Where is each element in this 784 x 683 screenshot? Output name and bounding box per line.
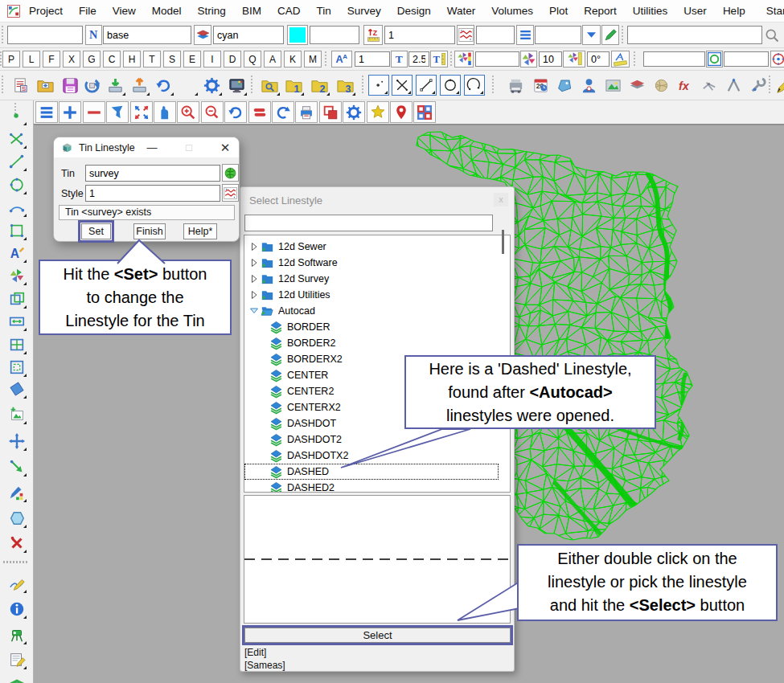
left-arrow-icon[interactable] xyxy=(6,456,27,477)
snap-C[interactable]: C xyxy=(103,51,121,67)
menu-item-volumes[interactable]: Volumes xyxy=(483,0,541,22)
tree-scrollbar[interactable] xyxy=(502,230,504,254)
tree-item-12d-survey[interactable]: 12d Survey xyxy=(244,271,510,287)
left-pen-colors-icon[interactable] xyxy=(6,482,27,503)
set-button[interactable]: Set xyxy=(81,223,111,239)
view-zoom-in-icon[interactable] xyxy=(177,101,199,123)
snap-X[interactable]: X xyxy=(63,51,80,67)
tools-icon[interactable] xyxy=(747,75,769,96)
expanded-arrow-icon[interactable] xyxy=(249,306,259,318)
left-pinwheel-icon[interactable] xyxy=(6,265,27,286)
export-icon[interactable] xyxy=(129,75,150,96)
tree-item-12d-sewer[interactable]: 12d Sewer xyxy=(244,239,510,255)
close-icon[interactable]: ✕ xyxy=(217,141,233,155)
left-text-icon[interactable]: A xyxy=(6,243,27,264)
colour-swatch[interactable] xyxy=(287,25,308,45)
filter2-input[interactable] xyxy=(724,51,769,67)
toolbar-grip[interactable] xyxy=(2,26,6,45)
menu-item-help[interactable]: Help xyxy=(715,0,753,22)
open-project-icon[interactable] xyxy=(35,75,56,96)
left-copy-icon[interactable] xyxy=(6,288,27,309)
textheight-button[interactable]: T xyxy=(391,51,408,67)
tin-surface-icon[interactable] xyxy=(626,75,648,96)
left-dashed-square-icon[interactable] xyxy=(6,357,27,378)
view-star-icon[interactable] xyxy=(367,101,389,123)
tree-item-12d-utilities[interactable]: 12d Utilities xyxy=(244,287,510,303)
screen-icon[interactable] xyxy=(226,75,248,96)
strings-icon[interactable] xyxy=(651,75,672,96)
angle-input[interactable] xyxy=(587,51,610,67)
calendar-icon[interactable]: 20 xyxy=(530,75,552,96)
cad-arc-icon[interactable] xyxy=(464,75,485,96)
edit-link[interactable]: [Edit] xyxy=(244,647,266,658)
snap-M[interactable]: M xyxy=(304,51,322,67)
snap-L[interactable]: L xyxy=(23,51,40,67)
symbol-size-input[interactable] xyxy=(539,51,562,67)
lines-picker-icon[interactable] xyxy=(516,25,534,45)
settings-icon[interactable] xyxy=(201,75,223,96)
toolbar-grip[interactable] xyxy=(622,26,626,45)
edit-pencil-icon[interactable] xyxy=(774,75,784,96)
menu-item-string[interactable]: String xyxy=(190,0,234,22)
snap-A[interactable]: A xyxy=(264,51,281,67)
redo-icon[interactable] xyxy=(177,75,199,96)
menu-item-tin[interactable]: Tin xyxy=(308,0,339,22)
tree-item-dashdotx2[interactable]: DASHDOTX2 xyxy=(244,448,510,464)
textsize-button[interactable]: AA xyxy=(331,51,352,67)
left-line-icon[interactable] xyxy=(6,151,27,172)
cad-point-icon[interactable] xyxy=(368,75,389,96)
z-input[interactable] xyxy=(384,26,455,44)
filter1-input[interactable] xyxy=(643,51,705,67)
collapsed-arrow-icon[interactable] xyxy=(249,274,259,286)
snap-F[interactable]: F xyxy=(43,51,60,67)
collapsed-arrow-icon[interactable] xyxy=(249,290,259,302)
menu-item-bim[interactable]: BIM xyxy=(234,0,269,22)
left-arc-icon[interactable] xyxy=(6,197,27,218)
draw-button[interactable] xyxy=(601,25,619,45)
view-minus-icon[interactable] xyxy=(83,101,105,123)
left-crossing-icon[interactable] xyxy=(6,129,27,149)
menu-item-project[interactable]: Project xyxy=(21,0,71,22)
view-copy-view-icon[interactable] xyxy=(319,101,342,123)
user-icon[interactable] xyxy=(578,75,600,96)
tree-item-autocad[interactable]: Autocad xyxy=(244,303,510,319)
breakline-icon[interactable] xyxy=(699,75,720,96)
help-button[interactable]: Help* xyxy=(183,223,217,239)
dropdown-button[interactable] xyxy=(582,25,601,45)
view-pan-icon[interactable] xyxy=(154,101,176,123)
left-image-plus-icon[interactable] xyxy=(6,404,27,425)
left-pencil-curve-icon[interactable] xyxy=(6,573,27,594)
toolbar-grip[interactable] xyxy=(2,76,6,95)
folder-search-icon[interactable] xyxy=(259,75,281,96)
tree-item-dashed2[interactable]: DASHED2 xyxy=(244,480,510,493)
model-picker-icon[interactable] xyxy=(194,25,211,45)
style-picker-icon[interactable] xyxy=(222,184,239,202)
folder-2-icon[interactable]: 2 xyxy=(309,75,330,96)
menu-item-file[interactable]: File xyxy=(71,0,105,22)
linestyle-search-input[interactable] xyxy=(244,215,493,231)
tree-item-dashed[interactable]: DASHED xyxy=(244,464,510,480)
menu-item-design[interactable]: Design xyxy=(389,0,439,22)
tag-icon[interactable] xyxy=(554,75,576,96)
snap-I[interactable]: I xyxy=(203,51,221,67)
save-icon[interactable] xyxy=(60,75,81,96)
snap-Q[interactable]: Q xyxy=(244,51,261,67)
restart-icon[interactable] xyxy=(81,75,103,96)
tree-item-12d-software[interactable]: 12d Software xyxy=(244,255,510,271)
undo-icon[interactable] xyxy=(153,75,174,96)
left-diamond-icon[interactable] xyxy=(6,378,27,399)
view-pin-icon[interactable] xyxy=(390,101,413,123)
model-input[interactable] xyxy=(103,26,191,44)
tree-item-border[interactable]: BORDER xyxy=(244,319,510,335)
left-square-icon[interactable] xyxy=(6,220,27,241)
view-modes-icon[interactable] xyxy=(248,101,271,123)
panel-close-icon[interactable]: x xyxy=(494,193,508,207)
sameas-link[interactable]: [Sameas] xyxy=(244,660,285,671)
dialog-titlebar[interactable]: t Tin Linestyle — □ ✕ xyxy=(54,137,239,158)
tin-picker-icon[interactable] xyxy=(222,164,239,182)
snap-G[interactable]: G xyxy=(83,51,101,67)
z-button[interactable]: Z xyxy=(363,25,383,45)
new-document-icon[interactable]: S xyxy=(10,75,31,96)
textsize-input[interactable] xyxy=(355,51,390,67)
tree-item-dashdot2[interactable]: DASHDOT2 xyxy=(244,431,510,448)
